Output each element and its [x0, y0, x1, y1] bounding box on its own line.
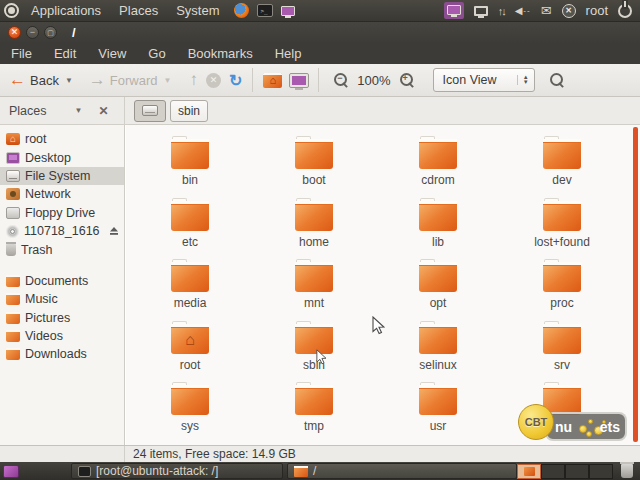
workspace-2[interactable] — [541, 464, 565, 479]
volume-muted-icon[interactable]: ◀-- — [515, 5, 531, 16]
zoom-in-button[interactable]: + — [395, 69, 419, 92]
folder-item-boot[interactable]: boot — [252, 135, 376, 197]
folder-item-proc[interactable]: proc — [500, 258, 624, 320]
sidebar-header-dropdown-icon[interactable]: ▼ — [75, 106, 83, 115]
folder-item-tmp[interactable]: tmp — [252, 381, 376, 443]
back-dropdown-icon[interactable]: ▼ — [65, 76, 73, 85]
up-button[interactable]: ↑ — [185, 70, 202, 90]
view-mode-select[interactable]: Icon View ▲▼ — [433, 68, 535, 92]
search-button[interactable] — [545, 69, 569, 92]
forward-label: Forward — [110, 73, 158, 88]
zoom-out-button[interactable]: − — [329, 69, 353, 92]
statusbar: 24 items, Free space: 14.9 GB — [0, 445, 640, 462]
menu-view[interactable]: View — [87, 43, 137, 64]
folder-item-label: dev — [552, 173, 571, 187]
system-menu[interactable]: System — [167, 0, 228, 22]
sidebar-item-music[interactable]: Music — [0, 290, 124, 308]
folder-item-label: sys — [181, 419, 199, 433]
mail-icon[interactable]: ✉ — [541, 4, 552, 17]
sidebar-item-root[interactable]: root — [0, 130, 124, 148]
monitor-icon[interactable] — [474, 6, 488, 16]
folder-item-usr[interactable]: usr — [376, 381, 500, 443]
network-arrows-icon[interactable]: ↑↓ — [498, 5, 505, 17]
folder-item-root[interactable]: ⌂root — [128, 320, 252, 382]
terminal-launcher-icon[interactable]: >_ — [257, 4, 273, 17]
taskbar-window-2[interactable]: / — [287, 463, 517, 479]
folder-item-sbin[interactable]: sbin — [252, 320, 376, 382]
menu-file[interactable]: File — [0, 43, 43, 64]
forward-button[interactable]: → Forward ▼ — [85, 70, 176, 91]
sidebar-item-pictures[interactable]: Pictures — [0, 309, 124, 327]
folder-icon — [295, 202, 333, 231]
session-icon[interactable]: ✕ — [562, 4, 576, 18]
folder-item-sys[interactable]: sys — [128, 381, 252, 443]
minimize-window-button[interactable]: − — [26, 26, 39, 39]
back-button[interactable]: ← Back ▼ — [5, 70, 77, 91]
home-button[interactable]: ⌂ — [259, 70, 286, 91]
folder-item-cdrom[interactable]: cdrom — [376, 135, 500, 197]
menu-go[interactable]: Go — [137, 43, 176, 64]
stop-button[interactable]: ✕ — [202, 70, 225, 91]
scrollbar-thumb[interactable] — [633, 127, 638, 442]
sidebar-header-label[interactable]: Places — [9, 104, 47, 118]
sidebar-item-desktop[interactable]: Desktop — [0, 148, 124, 166]
sidebar-item-downloads[interactable]: Downloads — [0, 345, 124, 363]
window-titlebar[interactable]: ✕ − ▢ / — [0, 22, 640, 43]
ubuntu-logo-icon[interactable] — [4, 3, 19, 18]
sidebar-item-network[interactable]: Network — [0, 185, 124, 203]
active-display-indicator[interactable] — [444, 2, 464, 19]
sidebar-item-file-system[interactable]: File System — [0, 167, 124, 185]
workspace-1[interactable] — [517, 464, 541, 479]
places-menu[interactable]: Places — [110, 0, 167, 22]
sidebar-item-floppy-drive[interactable]: Floppy Drive — [0, 204, 124, 222]
sidebar-item-documents[interactable]: Documents — [0, 272, 124, 290]
sidebar-item-label: Floppy Drive — [25, 206, 95, 220]
breadcrumb-root-button[interactable] — [134, 100, 166, 122]
folder-item-lost-found[interactable]: lost+found — [500, 197, 624, 259]
folder-icon — [295, 325, 333, 354]
workspace-3[interactable] — [565, 464, 589, 479]
folder-item-etc[interactable]: etc — [128, 197, 252, 259]
folder-item-lib[interactable]: lib — [376, 197, 500, 259]
menu-edit[interactable]: Edit — [43, 43, 87, 64]
power-icon[interactable] — [618, 4, 632, 18]
sidebar-item-110718-1616[interactable]: 110718_1616 — [0, 222, 124, 240]
taskbar-window-1[interactable]: [root@ubuntu-attack: /] — [71, 463, 283, 479]
breadcrumb-sbin-button[interactable]: sbin — [170, 100, 208, 122]
close-window-button[interactable]: ✕ — [8, 26, 21, 39]
folder-item-selinux[interactable]: selinux — [376, 320, 500, 382]
folder-item-srv[interactable]: srv — [500, 320, 624, 382]
sidebar-item-trash[interactable]: Trash — [0, 240, 124, 258]
folder-item-home[interactable]: home — [252, 197, 376, 259]
folder-item-opt[interactable]: opt — [376, 258, 500, 320]
trash-applet-icon[interactable] — [621, 464, 633, 478]
sidebar-close-icon[interactable]: ✕ — [98, 104, 108, 118]
username-label[interactable]: root — [586, 3, 608, 18]
applications-menu[interactable]: Applications — [22, 0, 110, 22]
workspace-4[interactable] — [589, 464, 613, 479]
sidebar-item-label: Documents — [25, 274, 88, 288]
folder-item-media[interactable]: media — [128, 258, 252, 320]
folder-item-mnt[interactable]: mnt — [252, 258, 376, 320]
eject-button[interactable] — [109, 226, 119, 236]
sidebar-item-videos[interactable]: Videos — [0, 327, 124, 345]
maximize-window-button[interactable]: ▢ — [44, 26, 57, 39]
sidebar-item-label: File System — [25, 169, 90, 183]
folder-icon — [543, 140, 581, 169]
reload-button[interactable]: ↻ — [225, 70, 246, 91]
workspace-switcher — [517, 464, 613, 479]
back-label: Back — [30, 73, 59, 88]
folder-item-dev[interactable]: dev — [500, 135, 624, 197]
folder-item-bin[interactable]: bin — [128, 135, 252, 197]
folder-item-label: usr — [430, 419, 447, 433]
icon-view[interactable]: binbootcdromdevetchomeliblost+foundmedia… — [126, 125, 640, 445]
firefox-icon[interactable] — [234, 3, 249, 18]
menu-help[interactable]: Help — [264, 43, 313, 64]
menu-bookmarks[interactable]: Bookmarks — [177, 43, 264, 64]
display-launcher-icon[interactable] — [281, 6, 295, 16]
path-row: Places ▼ ✕ sbin — [0, 97, 640, 125]
computer-button[interactable] — [286, 71, 312, 90]
show-desktop-icon[interactable] — [3, 465, 19, 478]
up-arrow-icon: ↑ — [189, 73, 198, 87]
top-panel: Applications Places System >_ ↑↓ ◀-- ✉ ✕… — [0, 0, 640, 22]
